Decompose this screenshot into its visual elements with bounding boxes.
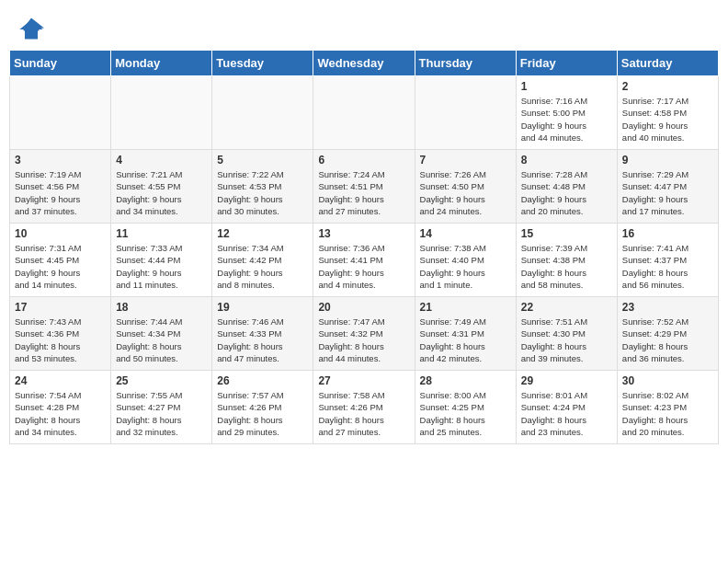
calendar-cell: 29Sunrise: 8:01 AM Sunset: 4:24 PM Dayli… xyxy=(516,371,617,444)
day-info: Sunrise: 7:51 AM Sunset: 4:30 PM Dayligh… xyxy=(521,316,612,364)
calendar-cell: 13Sunrise: 7:36 AM Sunset: 4:41 PM Dayli… xyxy=(313,224,415,297)
day-number: 30 xyxy=(622,374,713,387)
day-number: 22 xyxy=(521,301,612,314)
calendar-cell xyxy=(212,76,313,150)
svg-marker-0 xyxy=(19,20,42,40)
calendar-cell: 5Sunrise: 7:22 AM Sunset: 4:53 PM Daylig… xyxy=(212,150,313,224)
calendar-cell: 9Sunrise: 7:29 AM Sunset: 4:47 PM Daylig… xyxy=(617,150,718,224)
day-info: Sunrise: 7:24 AM Sunset: 4:51 PM Dayligh… xyxy=(318,168,409,217)
day-number: 16 xyxy=(622,227,713,240)
weekday-header-saturday: Saturday xyxy=(617,51,718,76)
weekday-header-sunday: Sunday xyxy=(10,51,111,76)
calendar-cell: 8Sunrise: 7:28 AM Sunset: 4:48 PM Daylig… xyxy=(516,150,617,224)
day-number: 15 xyxy=(521,227,612,240)
week-row-3: 10Sunrise: 7:31 AM Sunset: 4:45 PM Dayli… xyxy=(10,224,719,297)
calendar-cell: 4Sunrise: 7:21 AM Sunset: 4:55 PM Daylig… xyxy=(111,150,212,224)
day-number: 10 xyxy=(15,227,106,240)
day-info: Sunrise: 7:54 AM Sunset: 4:28 PM Dayligh… xyxy=(15,389,106,438)
day-info: Sunrise: 7:29 AM Sunset: 4:47 PM Dayligh… xyxy=(622,168,713,217)
day-number: 19 xyxy=(217,301,308,314)
day-info: Sunrise: 7:19 AM Sunset: 4:56 PM Dayligh… xyxy=(15,168,106,217)
day-info: Sunrise: 7:38 AM Sunset: 4:40 PM Dayligh… xyxy=(420,242,511,291)
day-info: Sunrise: 7:36 AM Sunset: 4:41 PM Dayligh… xyxy=(318,242,409,291)
day-info: Sunrise: 7:58 AM Sunset: 4:26 PM Dayligh… xyxy=(318,389,409,438)
week-row-1: 1Sunrise: 7:16 AM Sunset: 5:00 PM Daylig… xyxy=(10,76,719,150)
calendar-cell: 30Sunrise: 8:02 AM Sunset: 4:23 PM Dayli… xyxy=(617,371,718,444)
calendar-table: SundayMondayTuesdayWednesdayThursdayFrid… xyxy=(9,50,719,444)
day-number: 7 xyxy=(420,154,511,167)
weekday-header-tuesday: Tuesday xyxy=(212,51,313,76)
day-number: 26 xyxy=(217,374,308,387)
calendar-cell xyxy=(111,76,212,150)
logo xyxy=(18,17,46,42)
calendar-cell: 2Sunrise: 7:17 AM Sunset: 4:58 PM Daylig… xyxy=(617,76,718,150)
day-number: 27 xyxy=(318,374,409,387)
weekday-header-row: SundayMondayTuesdayWednesdayThursdayFrid… xyxy=(10,51,719,76)
day-info: Sunrise: 7:31 AM Sunset: 4:45 PM Dayligh… xyxy=(15,242,106,291)
week-row-4: 17Sunrise: 7:43 AM Sunset: 4:36 PM Dayli… xyxy=(10,297,719,371)
day-info: Sunrise: 8:01 AM Sunset: 4:24 PM Dayligh… xyxy=(521,389,612,438)
day-number: 8 xyxy=(521,154,612,167)
calendar-cell: 16Sunrise: 7:41 AM Sunset: 4:37 PM Dayli… xyxy=(617,224,718,297)
day-info: Sunrise: 7:17 AM Sunset: 4:58 PM Dayligh… xyxy=(622,95,713,144)
calendar-cell: 19Sunrise: 7:46 AM Sunset: 4:33 PM Dayli… xyxy=(212,297,313,371)
calendar-cell: 25Sunrise: 7:55 AM Sunset: 4:27 PM Dayli… xyxy=(111,371,212,444)
day-number: 9 xyxy=(622,154,713,167)
day-number: 23 xyxy=(622,301,713,314)
day-info: Sunrise: 7:55 AM Sunset: 4:27 PM Dayligh… xyxy=(116,389,207,438)
day-info: Sunrise: 7:22 AM Sunset: 4:53 PM Dayligh… xyxy=(217,168,308,217)
calendar-cell: 24Sunrise: 7:54 AM Sunset: 4:28 PM Dayli… xyxy=(10,371,111,444)
calendar-cell: 3Sunrise: 7:19 AM Sunset: 4:56 PM Daylig… xyxy=(10,150,111,224)
day-info: Sunrise: 7:33 AM Sunset: 4:44 PM Dayligh… xyxy=(116,242,207,291)
day-info: Sunrise: 7:49 AM Sunset: 4:31 PM Dayligh… xyxy=(420,316,511,364)
day-number: 24 xyxy=(15,374,106,387)
calendar-cell xyxy=(415,76,516,150)
calendar-cell: 10Sunrise: 7:31 AM Sunset: 4:45 PM Dayli… xyxy=(10,224,111,297)
day-number: 14 xyxy=(420,227,511,240)
calendar-cell: 15Sunrise: 7:39 AM Sunset: 4:38 PM Dayli… xyxy=(516,224,617,297)
day-info: Sunrise: 7:26 AM Sunset: 4:50 PM Dayligh… xyxy=(420,168,511,217)
day-number: 18 xyxy=(116,301,207,314)
day-info: Sunrise: 7:46 AM Sunset: 4:33 PM Dayligh… xyxy=(217,316,308,364)
day-info: Sunrise: 7:57 AM Sunset: 4:26 PM Dayligh… xyxy=(217,389,308,438)
calendar-cell: 23Sunrise: 7:52 AM Sunset: 4:29 PM Dayli… xyxy=(617,297,718,371)
calendar-cell: 17Sunrise: 7:43 AM Sunset: 4:36 PM Dayli… xyxy=(10,297,111,371)
calendar-cell: 21Sunrise: 7:49 AM Sunset: 4:31 PM Dayli… xyxy=(415,297,516,371)
calendar-cell: 14Sunrise: 7:38 AM Sunset: 4:40 PM Dayli… xyxy=(415,224,516,297)
day-info: Sunrise: 7:41 AM Sunset: 4:37 PM Dayligh… xyxy=(622,242,713,291)
day-number: 28 xyxy=(420,374,511,387)
day-info: Sunrise: 8:02 AM Sunset: 4:23 PM Dayligh… xyxy=(622,389,713,438)
calendar-cell: 11Sunrise: 7:33 AM Sunset: 4:44 PM Dayli… xyxy=(111,224,212,297)
day-number: 2 xyxy=(622,80,713,93)
calendar-cell: 20Sunrise: 7:47 AM Sunset: 4:32 PM Dayli… xyxy=(313,297,415,371)
calendar-cell xyxy=(313,76,415,150)
calendar-cell: 6Sunrise: 7:24 AM Sunset: 4:51 PM Daylig… xyxy=(313,150,415,224)
day-info: Sunrise: 7:44 AM Sunset: 4:34 PM Dayligh… xyxy=(116,316,207,364)
day-info: Sunrise: 7:21 AM Sunset: 4:55 PM Dayligh… xyxy=(116,168,207,217)
day-info: Sunrise: 8:00 AM Sunset: 4:25 PM Dayligh… xyxy=(420,389,511,438)
day-info: Sunrise: 7:28 AM Sunset: 4:48 PM Dayligh… xyxy=(521,168,612,217)
logo-icon xyxy=(18,17,44,42)
day-info: Sunrise: 7:47 AM Sunset: 4:32 PM Dayligh… xyxy=(318,316,409,364)
calendar-cell: 28Sunrise: 8:00 AM Sunset: 4:25 PM Dayli… xyxy=(415,371,516,444)
day-number: 4 xyxy=(116,154,207,167)
day-number: 25 xyxy=(116,374,207,387)
weekday-header-friday: Friday xyxy=(516,51,617,76)
calendar-cell: 1Sunrise: 7:16 AM Sunset: 5:00 PM Daylig… xyxy=(516,76,617,150)
calendar-cell: 26Sunrise: 7:57 AM Sunset: 4:26 PM Dayli… xyxy=(212,371,313,444)
page-header xyxy=(0,0,728,50)
calendar-cell: 12Sunrise: 7:34 AM Sunset: 4:42 PM Dayli… xyxy=(212,224,313,297)
day-number: 5 xyxy=(217,154,308,167)
day-number: 12 xyxy=(217,227,308,240)
week-row-2: 3Sunrise: 7:19 AM Sunset: 4:56 PM Daylig… xyxy=(10,150,719,224)
weekday-header-thursday: Thursday xyxy=(415,51,516,76)
day-number: 11 xyxy=(116,227,207,240)
day-number: 1 xyxy=(521,80,612,93)
weekday-header-monday: Monday xyxy=(111,51,212,76)
day-info: Sunrise: 7:34 AM Sunset: 4:42 PM Dayligh… xyxy=(217,242,308,291)
weekday-header-wednesday: Wednesday xyxy=(313,51,415,76)
day-info: Sunrise: 7:16 AM Sunset: 5:00 PM Dayligh… xyxy=(521,95,612,144)
day-number: 3 xyxy=(15,154,106,167)
calendar-cell: 7Sunrise: 7:26 AM Sunset: 4:50 PM Daylig… xyxy=(415,150,516,224)
calendar-cell: 27Sunrise: 7:58 AM Sunset: 4:26 PM Dayli… xyxy=(313,371,415,444)
